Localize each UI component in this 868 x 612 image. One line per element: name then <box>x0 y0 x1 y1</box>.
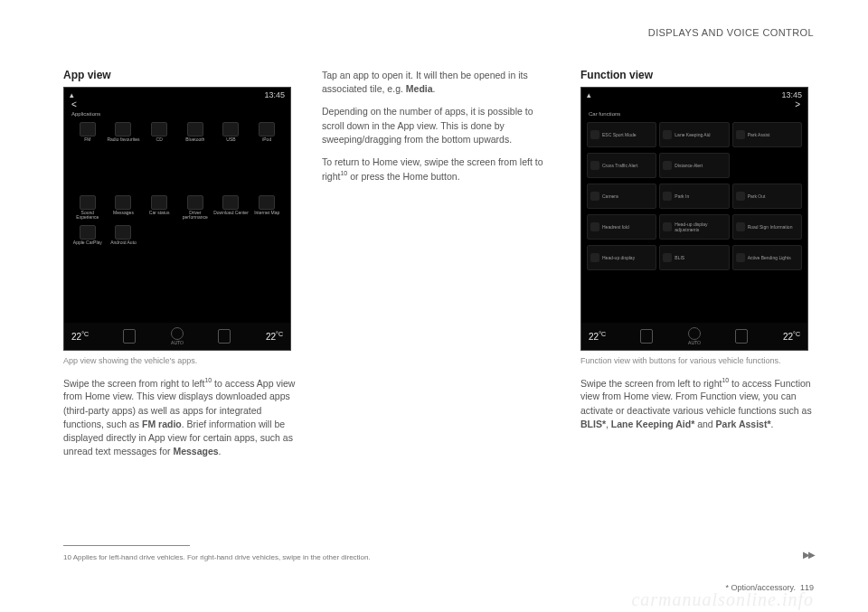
app-internetmap: Internet Map <box>249 193 285 220</box>
content-columns: App view ▴ 13:45 < Applications FM Radio… <box>0 0 868 468</box>
clock: 13:45 <box>264 90 285 99</box>
apps-row-1: FM Radio favourites CD Bluetooth USB iPo… <box>64 118 290 148</box>
app-usb: USB <box>213 120 250 146</box>
func-esc: ESC Sport Mode <box>587 122 656 147</box>
fan-icon <box>171 327 184 340</box>
fan-icon <box>688 327 701 340</box>
auto-label: AUTO <box>688 340 701 345</box>
func-camera: Camera <box>587 184 656 209</box>
mid-para-1: Tap an app to open it. It will then be o… <box>322 69 555 96</box>
temp-right: 22°C <box>266 331 283 342</box>
temp-left: 22°C <box>71 331 89 342</box>
forward-chevron: > <box>581 99 807 109</box>
signal-icon: ▴ <box>587 90 591 99</box>
func-blis: BLIS <box>659 245 729 270</box>
func-hud: Head-up display <box>587 245 656 270</box>
app-view-caption: App view showing the vehicle's apps. <box>63 356 297 367</box>
app-sound: Sound Experience <box>70 193 106 220</box>
app-cd: CD <box>141 120 177 146</box>
mid-para-2: Depending on the number of apps, it is p… <box>322 105 555 146</box>
column-app-view: App view ▴ 13:45 < Applications FM Radio… <box>63 69 297 468</box>
app-ipod: iPod <box>249 120 285 146</box>
function-view-paragraph: Swipe the screen from left to right10 to… <box>580 376 814 431</box>
climate-bar: 22°C AUTO 22°C <box>581 323 807 350</box>
app-download: Download Center <box>213 193 250 220</box>
clock: 13:45 <box>781 90 802 99</box>
function-view-caption: Function view with buttons for various v… <box>580 356 814 367</box>
func-parkout: Park Out <box>732 184 802 209</box>
func-rsi: Road Sign Information <box>732 214 802 240</box>
app-carplay: Apple CarPlay <box>70 223 106 250</box>
func-cta: Cross Traffic Alert <box>587 153 656 178</box>
footnote-rule <box>63 545 190 546</box>
app-fm: FM <box>70 120 106 146</box>
app-view-screenshot: ▴ 13:45 < Applications FM Radio favourit… <box>63 87 291 351</box>
func-distance: Distance Alert <box>659 153 729 178</box>
app-androidauto: Android Auto <box>106 223 142 250</box>
app-view-title: App view <box>63 69 297 81</box>
apps-row-3: Apple CarPlay Android Auto <box>64 221 290 251</box>
apps-subheader: Applications <box>64 109 290 118</box>
func-park-assist: Park Assist <box>732 122 802 147</box>
footnote: 10 Applies for left-hand drive vehicles.… <box>63 553 371 561</box>
temp-right: 22°C <box>783 331 800 342</box>
climate-bar: 22°C AUTO 22°C <box>64 323 290 350</box>
column-middle: Tap an app to open it. It will then be o… <box>322 69 555 468</box>
signal-icon: ▴ <box>70 90 74 99</box>
auto-label: AUTO <box>171 340 184 345</box>
app-view-paragraph: Swipe the screen from right to left10 to… <box>63 376 297 459</box>
func-grid: ESC Sport Mode Lane Keeping Aid Park Ass… <box>581 118 807 274</box>
function-view-screenshot: ▴ 13:45 > Car functions ESC Sport Mode L… <box>580 87 808 351</box>
seat-left-icon <box>123 329 136 344</box>
func-abl: Active Bending Lights <box>732 245 802 270</box>
app-carstatus: Car status <box>141 193 177 220</box>
mid-para-3: To return to Home view, swipe the screen… <box>322 155 555 184</box>
temp-left: 22°C <box>589 331 606 342</box>
seat-left-icon <box>640 329 653 344</box>
funcs-subheader: Car functions <box>581 109 807 118</box>
func-parkin: Park In <box>659 184 729 209</box>
function-view-title: Function view <box>580 69 814 81</box>
page-header: DISPLAYS AND VOICE CONTROL <box>648 27 814 38</box>
app-bluetooth: Bluetooth <box>177 120 213 146</box>
continue-arrows-icon: ▶▶ <box>803 550 814 560</box>
seat-right-icon <box>735 329 748 344</box>
column-function-view: Function view ▴ 13:45 > Car functions ES… <box>580 69 814 468</box>
watermark: carmanualsonline.info <box>631 589 814 610</box>
back-chevron: < <box>64 99 290 109</box>
func-lane: Lane Keeping Aid <box>659 122 729 147</box>
apps-row-2: Sound Experience Messages Car status Dri… <box>64 192 290 221</box>
app-radio-fav: Radio favourites <box>106 120 142 146</box>
seat-right-icon <box>218 329 231 344</box>
page-footer: * Option/accessory. 119 <box>726 583 814 592</box>
app-messages: Messages <box>106 193 142 220</box>
func-headrest: Headrest fold <box>587 214 656 240</box>
app-driverperf: Driver performance <box>177 193 213 220</box>
func-hud-adj: Head-up display adjustments <box>659 214 729 240</box>
